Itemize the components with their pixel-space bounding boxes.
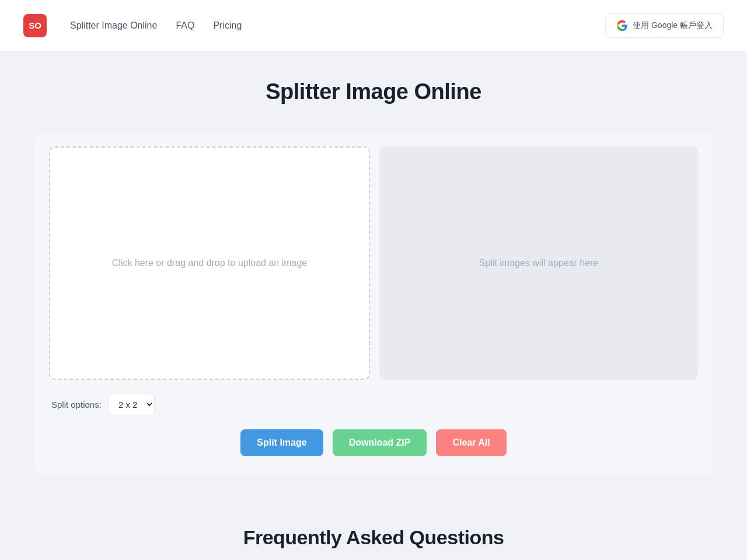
google-login-label: 使用 Google 帳戶登入 xyxy=(633,20,713,31)
header: SO Splitter Image Online FAQ Pricing 使用 … xyxy=(0,0,747,51)
clear-all-button[interactable]: Clear All xyxy=(436,429,506,456)
nav-splitter-image-online[interactable]: Splitter Image Online xyxy=(70,20,157,31)
split-select[interactable]: 1 x 2 2 x 1 2 x 2 3 x 3 4 x 4 xyxy=(109,394,155,415)
page-title: Splitter Image Online xyxy=(23,79,724,104)
google-icon xyxy=(616,20,628,32)
work-area: Click here or drag and drop to upload an… xyxy=(35,132,712,475)
split-image-button[interactable]: Split Image xyxy=(240,429,323,456)
main-content: Splitter Image Online Click here or drag… xyxy=(0,51,747,498)
navigation: Splitter Image Online FAQ Pricing xyxy=(70,20,242,31)
panels-container: Click here or drag and drop to upload an… xyxy=(49,146,698,380)
download-zip-button[interactable]: Download ZIP xyxy=(333,429,427,456)
header-left: SO Splitter Image Online FAQ Pricing xyxy=(23,14,242,37)
google-login-button[interactable]: 使用 Google 帳戶登入 xyxy=(605,13,724,38)
preview-placeholder: Split images will appear here xyxy=(467,246,610,280)
split-options-label: Split options: xyxy=(51,400,102,410)
faq-title: Frequently Asked Questions xyxy=(23,526,724,549)
actions-row: Split Image Download ZIP Clear All xyxy=(49,429,698,461)
upload-panel[interactable]: Click here or drag and drop to upload an… xyxy=(49,146,370,380)
faq-section: Frequently Asked Questions xyxy=(0,498,747,560)
logo[interactable]: SO xyxy=(23,14,47,37)
main-section: Splitter Image Online Click here or drag… xyxy=(0,51,747,498)
upload-placeholder: Click here or drag and drop to upload an… xyxy=(100,246,319,280)
preview-panel: Split images will appear here xyxy=(379,146,698,380)
nav-faq[interactable]: FAQ xyxy=(176,20,194,31)
options-row: Split options: 1 x 2 2 x 1 2 x 2 3 x 3 4… xyxy=(49,394,698,415)
nav-pricing[interactable]: Pricing xyxy=(213,20,242,31)
